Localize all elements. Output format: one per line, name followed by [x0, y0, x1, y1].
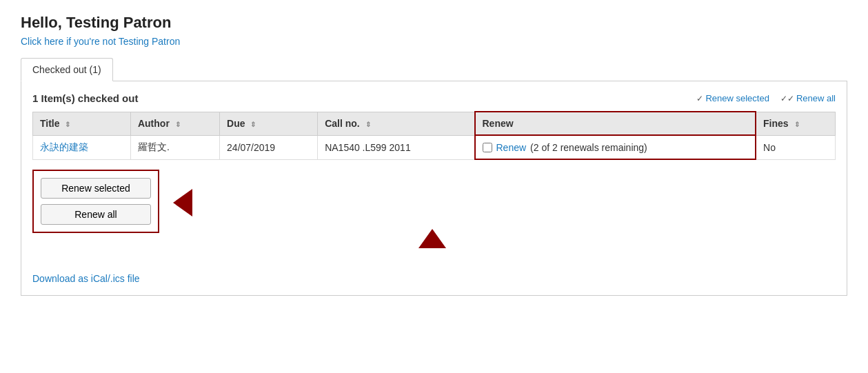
arrow-right-annotation	[173, 189, 192, 216]
col-fines: Fines ⇕	[756, 112, 835, 135]
download-ical-link[interactable]: Download as iCal/.ics file	[32, 273, 140, 284]
double-checkmark-icon: ✓✓	[780, 94, 794, 103]
title-link[interactable]: 永訣的建築	[40, 141, 88, 152]
table-header-row: Title ⇕ Author ⇕ Due ⇕ Call no. ⇕ Renew …	[33, 112, 836, 135]
renew-selected-button[interactable]: Renew selected	[41, 178, 151, 199]
renew-all-top-link[interactable]: ✓✓ Renew all	[780, 93, 836, 103]
col-author: Author ⇕	[130, 112, 219, 135]
renew-links-top: ✓ Renew selected ✓✓ Renew all	[696, 93, 836, 103]
not-patron-link[interactable]: Click here if you're not Testing Patron	[21, 36, 180, 47]
sort-icon: ⇕	[250, 121, 256, 128]
renew-all-button[interactable]: Renew all	[41, 204, 151, 225]
items-count: 1 Item(s) checked out	[32, 92, 138, 104]
cell-fines: No	[756, 135, 835, 159]
col-title: Title ⇕	[33, 112, 131, 135]
table-row: 永訣的建築羅哲文.24/07/2019NA1540 .L599 2011Rene…	[33, 135, 836, 159]
tabs-bar: Checked out (1)	[21, 58, 847, 81]
renew-checkbox[interactable]	[483, 143, 492, 152]
checkmark-icon: ✓	[696, 94, 703, 103]
cell-renew: Renew (2 of 2 renewals remaining)	[475, 135, 756, 159]
sort-icon: ⇕	[365, 121, 371, 128]
sort-icon: ⇕	[65, 121, 70, 128]
col-callno: Call no. ⇕	[318, 112, 475, 135]
renew-item-link[interactable]: Renew	[496, 142, 527, 153]
sort-icon: ⇕	[794, 121, 800, 128]
col-due: Due ⇕	[220, 112, 318, 135]
cell-callno: NA1540 .L599 2011	[318, 135, 475, 159]
arrow-up-annotation	[418, 229, 446, 248]
tab-checked-out[interactable]: Checked out (1)	[21, 58, 113, 81]
arrow-up-annotation-container	[32, 229, 836, 263]
renew-detail: (2 of 2 renewals remaining)	[530, 142, 647, 153]
checked-out-panel: 1 Item(s) checked out ✓ Renew selected ✓…	[21, 81, 847, 296]
cell-title: 永訣的建築	[33, 135, 131, 159]
items-header: 1 Item(s) checked out ✓ Renew selected ✓…	[32, 92, 836, 104]
sort-icon: ⇕	[175, 121, 181, 128]
renew-selected-top-link[interactable]: ✓ Renew selected	[696, 93, 769, 103]
col-renew: Renew	[475, 112, 756, 135]
cell-due: 24/07/2019	[220, 135, 318, 159]
checkouts-table: Title ⇕ Author ⇕ Due ⇕ Call no. ⇕ Renew …	[32, 111, 836, 160]
page-greeting: Hello, Testing Patron	[21, 14, 847, 32]
cell-author: 羅哲文.	[130, 135, 219, 159]
renew-buttons-box: Renew selected Renew all	[32, 170, 159, 233]
